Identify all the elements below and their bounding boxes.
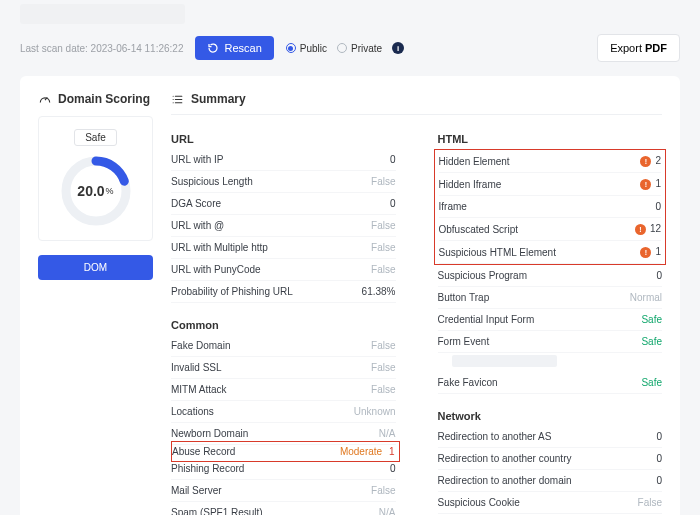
data-row: Suspicious CookieFalse [438, 492, 663, 514]
gauge-icon [38, 92, 52, 106]
visibility-public-radio[interactable]: Public [286, 43, 327, 54]
row-key: Mail Server [171, 485, 222, 496]
row-value: Safe [641, 314, 662, 325]
row-value: 0 [656, 453, 662, 464]
domain-scoring-title: Domain Scoring [58, 92, 150, 106]
highlighted-group: Hidden Element!2Hidden Iframe!1Iframe0Ob… [434, 149, 667, 265]
row-key: Phishing Record [171, 463, 244, 474]
row-value: False [371, 485, 395, 496]
row-key: Credential Input Form [438, 314, 535, 325]
page-title-redacted [20, 4, 185, 24]
data-row: Fake DomainFalse [171, 335, 396, 357]
row-key: URL with Multiple http [171, 242, 268, 253]
data-row: Iframe0 [439, 196, 662, 218]
row-value: N/A [379, 428, 396, 439]
data-row: Suspicious LengthFalse [171, 171, 396, 193]
score-gauge: 20.0% [59, 154, 133, 228]
row-key: URL with PunyCode [171, 264, 261, 275]
row-value: N/A [379, 507, 396, 515]
row-key: Redirection to another AS [438, 431, 552, 442]
row-value: 0 [390, 154, 396, 165]
row-value: 0 [656, 270, 662, 281]
row-key: Hidden Element [439, 156, 510, 167]
data-row: Phishing Record0 [171, 458, 396, 480]
redacted-subrow [452, 355, 557, 367]
row-key: Form Event [438, 336, 490, 347]
row-value: !2 [640, 155, 661, 167]
data-row: Redirection to another domain0 [438, 470, 663, 492]
data-row: Hidden Element!2 [439, 150, 662, 173]
data-row: URL with IP0 [171, 149, 396, 171]
info-icon[interactable]: i [392, 42, 404, 54]
visibility-private-radio[interactable]: Private [337, 43, 382, 54]
row-value: !12 [635, 223, 661, 235]
row-key: Iframe [439, 201, 467, 212]
dom-button[interactable]: DOM [38, 255, 153, 280]
last-scan-date: Last scan date: 2023-06-14 11:26:22 [20, 43, 183, 54]
row-key: Suspicious Program [438, 270, 527, 281]
data-row: DGA Score0 [171, 193, 396, 215]
section-title: HTML [438, 133, 663, 145]
row-value: False [638, 497, 662, 508]
row-value: Safe [641, 336, 662, 347]
alert-icon: ! [640, 156, 651, 167]
row-key: Redirection to another country [438, 453, 572, 464]
alert-icon: ! [640, 247, 651, 258]
row-value: 0 [655, 201, 661, 212]
row-value: False [371, 340, 395, 351]
data-row: Redirection to another AS0 [438, 426, 663, 448]
data-row: URL with Multiple httpFalse [171, 237, 396, 259]
main-card: Domain Scoring Safe 20.0% DOM Summary UR… [20, 76, 680, 515]
refresh-icon [207, 42, 219, 54]
row-value: 61.38% [362, 286, 396, 297]
section-title: Network [438, 410, 663, 422]
row-value: 0 [656, 475, 662, 486]
data-row: Spam (SPF1 Result)N/A [171, 502, 396, 515]
row-key: Redirection to another domain [438, 475, 572, 486]
row-value: !1 [640, 178, 661, 190]
data-row: Obfuscated Script!12 [439, 218, 662, 241]
data-row: Redirection to another country0 [438, 448, 663, 470]
list-icon [171, 93, 184, 106]
data-row: Hidden Iframe!1 [439, 173, 662, 196]
row-key: Newborn Domain [171, 428, 248, 439]
data-row: Button TrapNormal [438, 287, 663, 309]
alert-icon: ! [635, 224, 646, 235]
row-value: False [371, 362, 395, 373]
summary-panel: Summary URLURL with IP0Suspicious Length… [171, 92, 662, 515]
row-value: False [371, 242, 395, 253]
row-key: URL with @ [171, 220, 224, 231]
row-key: Fake Favicon [438, 377, 498, 388]
summary-title: Summary [191, 92, 246, 106]
data-row: URL with @False [171, 215, 396, 237]
data-row: Credential Input FormSafe [438, 309, 663, 331]
row-key: Suspicious Length [171, 176, 253, 187]
alert-icon: ! [640, 179, 651, 190]
data-row: Probability of Phishing URL61.38% [171, 281, 396, 303]
row-key: Suspicious Cookie [438, 497, 520, 508]
data-row: Suspicious HTML Element!1 [439, 241, 662, 264]
data-row: LocationsUnknown [171, 401, 396, 423]
data-row: Fake FaviconSafe [438, 372, 663, 394]
data-row: Mail ServerFalse [171, 480, 396, 502]
row-key: URL with IP [171, 154, 223, 165]
row-key: DGA Score [171, 198, 221, 209]
export-pdf-button[interactable]: Export PDF [597, 34, 680, 62]
rescan-button[interactable]: Rescan [195, 36, 273, 60]
section-title: URL [171, 133, 396, 145]
row-key: Locations [171, 406, 214, 417]
row-key: Obfuscated Script [439, 224, 518, 235]
row-value: Unknown [354, 406, 396, 417]
row-value: 0 [390, 463, 396, 474]
row-value: False [371, 384, 395, 395]
row-key: Suspicious HTML Element [439, 247, 556, 258]
section-title: Common [171, 319, 396, 331]
row-value: 0 [656, 431, 662, 442]
data-row: MITM AttackFalse [171, 379, 396, 401]
row-value: !1 [640, 246, 661, 258]
row-key: Spam (SPF1 Result) [171, 507, 263, 515]
safe-badge: Safe [74, 129, 117, 146]
row-value: False [371, 176, 395, 187]
data-row: Suspicious Program0 [438, 265, 663, 287]
row-key: Button Trap [438, 292, 490, 303]
